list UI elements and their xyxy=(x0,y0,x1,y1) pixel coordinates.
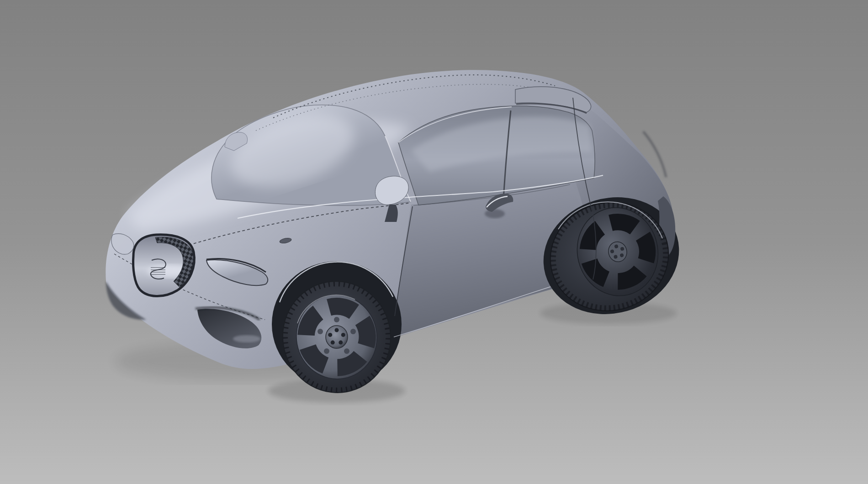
hub-dimple xyxy=(334,317,339,322)
lug-nut xyxy=(335,328,339,332)
hub-dimple xyxy=(350,329,356,334)
hub-dimple xyxy=(344,348,349,354)
lug-nut xyxy=(339,341,343,345)
render-viewport: Gray CAD-style 3D render of a compact co… xyxy=(0,0,868,484)
intake-inner-glint xyxy=(233,335,260,342)
lug-nut xyxy=(331,341,335,345)
hub-dimple xyxy=(318,329,323,334)
handle-recess-shadow xyxy=(485,209,505,218)
hub-dimple xyxy=(324,348,329,354)
lug-nut xyxy=(328,333,332,337)
lug-nut xyxy=(341,333,345,337)
car-render-canvas: Gray CAD-style 3D render of a compact co… xyxy=(0,0,868,484)
